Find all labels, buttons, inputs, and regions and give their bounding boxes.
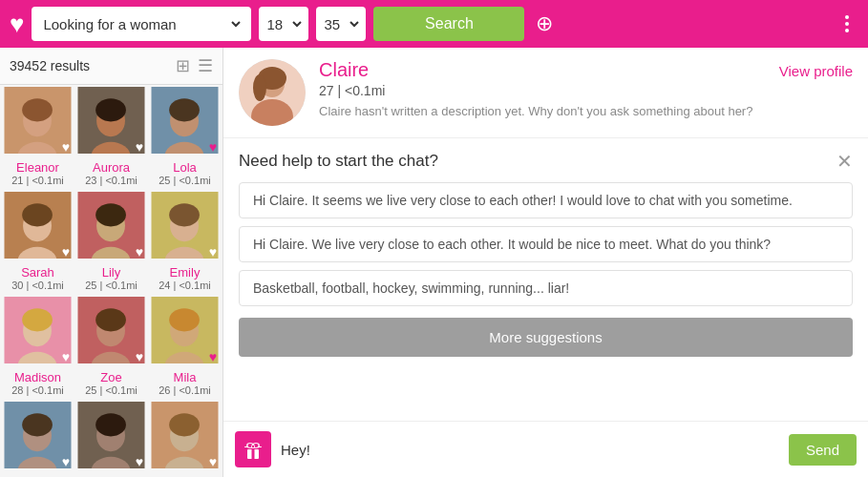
profile-info: Lily25 | <0.1mi: [75, 263, 147, 295]
heart-badge[interactable]: ♥: [136, 139, 143, 155]
gift-icon-button[interactable]: [235, 431, 271, 467]
view-icons: ⊞ ☰: [176, 55, 213, 76]
search-button[interactable]: Search: [373, 7, 524, 41]
svg-point-14: [22, 203, 53, 226]
close-suggestions-button[interactable]: ✕: [836, 152, 853, 171]
looking-for-select[interactable]: Looking for a womanLooking for a man: [39, 15, 243, 33]
heart-badge[interactable]: ♥: [136, 349, 143, 364]
profile-age-dist-label: 30 | <0.1mi: [4, 280, 72, 291]
svg-point-30: [95, 308, 126, 331]
heart-badge[interactable]: ♥: [209, 454, 217, 469]
chat-panel: Claire 27 | <0.1mi Claire hasn't written…: [222, 48, 868, 477]
dot1: [845, 15, 849, 19]
profile-grid-item[interactable]: ♥: [149, 402, 221, 473]
svg-point-10: [169, 98, 200, 121]
svg-point-38: [22, 413, 53, 436]
profile-info: Emily24 | <0.1mi: [149, 263, 221, 295]
more-suggestions-button[interactable]: More suggestions: [239, 318, 853, 357]
profile-bio: Claire hasn't written a description yet.…: [319, 104, 766, 118]
chat-input-row: Send: [223, 421, 868, 477]
dot3: [845, 29, 849, 32]
app-header: ♥ Looking for a womanLooking for a man 1…: [0, 0, 868, 48]
list-view-icon[interactable]: ☰: [198, 55, 213, 76]
heart-badge[interactable]: ♥: [62, 349, 70, 364]
suggestions-header: Need help to start the chat? ✕: [239, 152, 853, 171]
profile-name-label: Mila: [151, 370, 219, 384]
profile-info: Eleanor21 | <0.1mi: [2, 158, 74, 190]
profile-name: Claire: [319, 59, 766, 81]
profile-grid-item[interactable]: ♥Aurora23 | <0.1mi: [75, 87, 147, 190]
age-max-select-wrapper: 2530354045505560: [316, 7, 366, 41]
profile-age-dist-label: 24 | <0.1mi: [151, 280, 219, 291]
profile-name-label: Lily: [77, 265, 145, 280]
profile-info: Aurora23 | <0.1mi: [75, 158, 147, 190]
profile-grid-item[interactable]: ♥: [2, 402, 74, 473]
profile-age-distance: 27 | <0.1mi: [319, 83, 766, 98]
svg-point-52: [253, 74, 266, 101]
suggestion-item-1[interactable]: Hi Claire. It seems we live very close t…: [239, 182, 853, 218]
gift-icon: [242, 438, 265, 461]
age-min-select-wrapper: 18192021222324252627282930: [259, 7, 308, 41]
profile-name-label: Madison: [4, 370, 72, 384]
svg-point-42: [95, 413, 126, 436]
profile-info: Zoe25 | <0.1mi: [75, 368, 147, 400]
suggestion-item-3[interactable]: Basketball, football, hockey, swimming, …: [239, 270, 853, 306]
profile-grid-item[interactable]: ♥Emily24 | <0.1mi: [149, 192, 221, 295]
heart-badge[interactable]: ♥: [209, 139, 217, 155]
profile-grid-item[interactable]: ♥Lily25 | <0.1mi: [75, 192, 147, 295]
profile-details: Claire 27 | <0.1mi Claire hasn't written…: [319, 59, 766, 118]
profile-name-label: Emily: [151, 265, 219, 280]
svg-point-26: [22, 308, 53, 331]
profile-grid-item[interactable]: ♥Zoe25 | <0.1mi: [75, 297, 147, 400]
profile-grid-item[interactable]: ♥Madison28 | <0.1mi: [2, 297, 74, 400]
profile-grid-item[interactable]: ♥: [75, 402, 147, 473]
age-max-select[interactable]: 2530354045505560: [320, 15, 362, 33]
looking-for-select-wrapper: Looking for a womanLooking for a man: [32, 7, 251, 41]
zoom-icon[interactable]: ⊕: [536, 11, 553, 36]
svg-point-18: [95, 203, 126, 226]
profile-age-dist-label: 21 | <0.1mi: [4, 175, 72, 186]
send-button[interactable]: Send: [789, 434, 857, 466]
heart-badge[interactable]: ♥: [62, 139, 70, 155]
profile-info: Lola25 | <0.1mi: [149, 158, 221, 190]
svg-point-22: [169, 203, 200, 226]
svg-point-2: [22, 98, 53, 121]
main-container: 39452 results ⊞ ☰ ♥Eleanor21 | <0.1mi♥Au…: [0, 48, 868, 477]
profile-age-dist-label: 25 | <0.1mi: [151, 175, 219, 186]
profile-age-dist-label: 25 | <0.1mi: [77, 384, 145, 396]
svg-point-6: [95, 98, 126, 121]
profile-name-label: Zoe: [77, 370, 145, 384]
profile-name-label: Sarah: [4, 265, 72, 280]
svg-point-34: [169, 308, 200, 331]
chat-text-input[interactable]: [281, 436, 779, 464]
dot2: [845, 22, 849, 26]
profile-name-label: Aurora: [77, 160, 145, 175]
profile-grid-item[interactable]: ♥Mila26 | <0.1mi: [149, 297, 221, 400]
profile-header: Claire 27 | <0.1mi Claire hasn't written…: [223, 48, 868, 138]
profile-info: Mila26 | <0.1mi: [149, 368, 221, 400]
sidebar-toolbar: 39452 results ⊞ ☰: [0, 48, 222, 85]
profile-info: Sarah30 | <0.1mi: [2, 263, 74, 295]
suggestions-title: Need help to start the chat?: [239, 152, 438, 171]
profile-grid-item[interactable]: ♥Sarah30 | <0.1mi: [2, 192, 74, 295]
heart-badge[interactable]: ♥: [209, 349, 217, 364]
view-profile-button[interactable]: View profile: [779, 63, 853, 79]
more-menu-icon[interactable]: [836, 15, 858, 32]
suggestion-item-2[interactable]: Hi Claire. We live very close to each ot…: [239, 226, 853, 262]
heart-badge[interactable]: ♥: [209, 244, 217, 259]
svg-point-63: [252, 446, 254, 447]
profile-age-dist-label: 28 | <0.1mi: [4, 384, 72, 396]
heart-badge[interactable]: ♥: [136, 454, 143, 469]
heart-badge[interactable]: ♥: [136, 244, 143, 259]
profile-grid-item[interactable]: ♥Eleanor21 | <0.1mi: [2, 87, 74, 190]
grid-view-icon[interactable]: ⊞: [176, 55, 190, 76]
heart-badge[interactable]: ♥: [62, 244, 70, 259]
profile-age-dist-label: 25 | <0.1mi: [77, 280, 145, 291]
heart-badge[interactable]: ♥: [62, 454, 70, 469]
svg-point-46: [169, 413, 200, 436]
profile-age-dist-label: 26 | <0.1mi: [151, 384, 219, 396]
profiles-grid: ♥Eleanor21 | <0.1mi♥Aurora23 | <0.1mi♥Lo…: [0, 85, 222, 475]
profile-name-label: Eleanor: [4, 160, 72, 175]
age-min-select[interactable]: 18192021222324252627282930: [263, 15, 305, 33]
profile-grid-item[interactable]: ♥Lola25 | <0.1mi: [149, 87, 221, 190]
